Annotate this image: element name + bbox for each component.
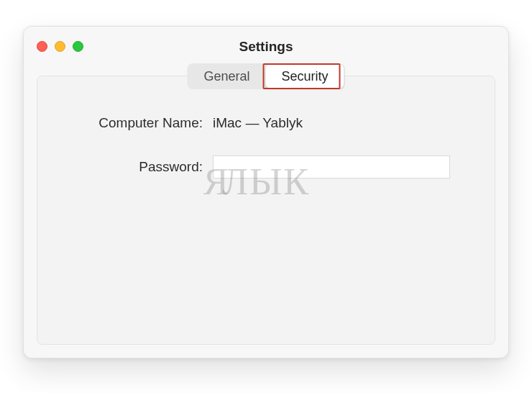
- tab-general-label: General: [203, 69, 249, 84]
- tab-general[interactable]: General: [188, 64, 265, 89]
- tabs-segmented-control: General Security: [187, 63, 344, 89]
- window-controls: [37, 41, 83, 52]
- row-password: Password:: [55, 155, 477, 179]
- tab-security[interactable]: Security: [266, 64, 344, 89]
- settings-window: Settings General Security Computer Name:…: [23, 26, 509, 358]
- titlebar: Settings: [24, 27, 508, 67]
- minimize-icon[interactable]: [55, 41, 65, 52]
- zoom-icon[interactable]: [73, 41, 83, 52]
- window-title: Settings: [239, 39, 293, 55]
- computer-name-label: Computer Name:: [55, 115, 213, 131]
- tab-security-label: Security: [282, 69, 329, 84]
- close-icon[interactable]: [37, 41, 47, 52]
- password-input[interactable]: [213, 155, 450, 179]
- password-label: Password:: [55, 159, 213, 175]
- computer-name-value: iMac — Yablyk: [213, 115, 303, 131]
- security-form: Computer Name: iMac — Yablyk Password:: [37, 115, 495, 203]
- row-computer-name: Computer Name: iMac — Yablyk: [55, 115, 477, 131]
- content-panel: General Security Computer Name: iMac — Y…: [37, 76, 495, 345]
